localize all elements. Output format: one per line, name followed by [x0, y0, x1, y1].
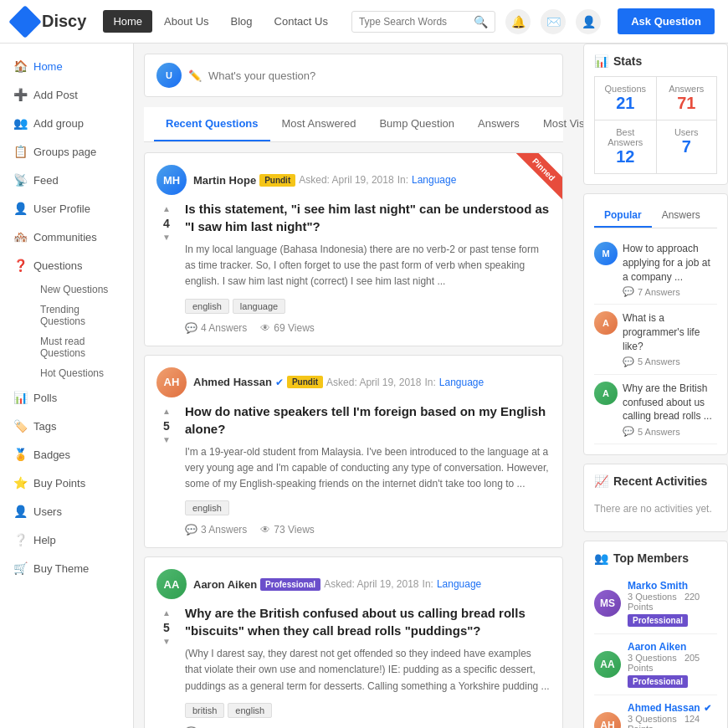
- ask-question-box: U ✏️: [144, 54, 563, 97]
- communities-icon: 🏘️: [13, 230, 27, 244]
- question-title-2[interactable]: How do native speakers tell I'm foreign …: [185, 402, 551, 438]
- nav-contact[interactable]: Contact Us: [264, 10, 338, 33]
- sidebar-item-polls[interactable]: 📊 Polls: [0, 383, 133, 412]
- tab-answers[interactable]: Answers: [466, 107, 531, 141]
- question-author-name-3[interactable]: Aaron Aiken: [193, 578, 257, 591]
- sidebar-sub-trending[interactable]: Trending Questions: [27, 300, 133, 331]
- sidebar-item-badges[interactable]: 🏅 Badges: [0, 440, 133, 469]
- top-member-badge-1: Professional: [628, 614, 688, 627]
- vote-up-button-1[interactable]: ▲: [161, 203, 172, 215]
- question-author-avatar-2[interactable]: AH: [156, 367, 187, 397]
- views-stat-1: 👁 69 Views: [260, 322, 314, 334]
- top-member-info-1: Marko Smith 3 Questions 220 Points Profe…: [628, 580, 717, 627]
- sidebar-sub-must-read[interactable]: Must read Questions: [27, 331, 133, 363]
- popular-item-answers-2: 💬 5 Answers: [623, 356, 717, 367]
- sidebar-item-communities[interactable]: 🏘️ Communities: [0, 223, 133, 251]
- popular-item-text-2[interactable]: What is a programmer's life like?: [623, 311, 717, 353]
- nav-about[interactable]: About Us: [154, 10, 218, 33]
- popular-item-text-3[interactable]: Why are the British confused about us ca…: [623, 382, 717, 423]
- sidebar-sub-hot[interactable]: Hot Questions: [27, 363, 133, 383]
- vote-column-3: ▲ 5 ▼: [156, 604, 177, 728]
- sidebar-item-buy-theme[interactable]: 🛒 Buy Theme: [0, 554, 133, 582]
- top-member-name-3[interactable]: Ahmed Hassan ✔: [628, 702, 717, 714]
- sidebar-item-users[interactable]: 👤 Users: [0, 497, 133, 525]
- message-icon[interactable]: ✉️: [541, 9, 566, 34]
- top-member-avatar-2[interactable]: AA: [594, 651, 621, 678]
- top-member-stats-1: 3 Questions 220 Points: [628, 592, 717, 612]
- sidebar-item-add-post-label: Add Post: [33, 89, 78, 101]
- tag-british-3[interactable]: british: [185, 703, 224, 718]
- user-avatar-header[interactable]: 👤: [576, 9, 601, 34]
- vote-down-button-1[interactable]: ▼: [161, 232, 172, 244]
- vote-column-1: ▲ 4 ▼: [156, 200, 177, 334]
- polls-icon: 📊: [13, 391, 27, 404]
- top-member-name-1[interactable]: Marko Smith: [628, 580, 717, 592]
- tab-recent-questions[interactable]: Recent Questions: [154, 107, 270, 141]
- popular-item-text-1[interactable]: How to approach applying for a job at a …: [623, 242, 717, 284]
- question-asked-date-2: Asked: April 19, 2018: [326, 377, 421, 388]
- question-title-1[interactable]: Is this statement, "i see him last night…: [185, 200, 551, 235]
- question-author-badge-2: Pundit: [287, 376, 323, 388]
- popular-avatar-2: A: [594, 311, 618, 335]
- vote-down-button-2[interactable]: ▼: [161, 434, 172, 446]
- question-author-badge-1: Pundit: [259, 174, 295, 187]
- nav-home[interactable]: Home: [103, 10, 152, 33]
- sidebar-item-tags[interactable]: 🏷️ Tags: [0, 412, 133, 440]
- top-member-avatar-3[interactable]: AH: [594, 712, 621, 728]
- sidebar-item-feed[interactable]: 📡 Feed: [0, 166, 133, 194]
- sidebar-item-help[interactable]: ❔ Help: [0, 525, 133, 554]
- tag-english-1[interactable]: english: [185, 299, 229, 314]
- search-input[interactable]: [359, 16, 474, 28]
- question-header-3: AA Aaron Aiken Professional Asked: April…: [156, 569, 551, 599]
- notification-icon[interactable]: 🔔: [505, 9, 531, 34]
- tag-english-3[interactable]: english: [228, 703, 272, 718]
- vote-up-button-2[interactable]: ▲: [161, 406, 172, 418]
- sidebar-item-badges-label: Badges: [33, 449, 70, 461]
- vote-count-2: 5: [163, 419, 170, 433]
- panel-tab-popular[interactable]: Popular: [594, 204, 652, 228]
- sidebar-item-groups-page[interactable]: 📋 Groups page: [0, 137, 133, 166]
- vote-down-button-3[interactable]: ▼: [161, 636, 172, 648]
- question-category-2[interactable]: Language: [439, 377, 484, 388]
- sidebar-item-questions[interactable]: ❓ Questions: [0, 251, 133, 279]
- vote-up-button-3[interactable]: ▲: [161, 608, 172, 619]
- question-author-name-2[interactable]: Ahmed Hassan: [193, 376, 272, 388]
- top-member-name-2[interactable]: Aaron Aiken: [628, 641, 717, 653]
- nav-blog[interactable]: Blog: [221, 10, 263, 33]
- sidebar-item-home-label: Home: [33, 60, 63, 73]
- sidebar-item-home[interactable]: 🏠 Home: [0, 52, 133, 80]
- popular-item-answers-1: 💬 7 Answers: [623, 286, 717, 297]
- question-category-1[interactable]: Language: [412, 174, 456, 186]
- ask-question-input[interactable]: [208, 69, 551, 82]
- popular-tabs: Popular Answers: [594, 204, 717, 228]
- search-icon[interactable]: 🔍: [474, 15, 488, 28]
- help-icon: ❔: [13, 533, 27, 546]
- ask-question-button[interactable]: Ask Question: [618, 8, 715, 34]
- question-title-3[interactable]: Why are the British confused about us ca…: [185, 604, 551, 639]
- sidebar-item-groups-page-label: Groups page: [33, 146, 96, 158]
- sidebar-item-add-post[interactable]: ➕ Add Post: [0, 80, 133, 109]
- logo-icon: [8, 5, 42, 38]
- question-content-2: How do native speakers tell I'm foreign …: [185, 402, 551, 536]
- top-member-stats-2: 3 Questions 205 Points: [628, 653, 717, 673]
- question-author-avatar-3[interactable]: AA: [156, 569, 187, 599]
- top-member-avatar-1[interactable]: MS: [594, 590, 621, 617]
- sidebar-item-buy-points[interactable]: ⭐ Buy Points: [0, 469, 133, 497]
- logo[interactable]: Discy: [13, 10, 86, 33]
- top-member-info-3: Ahmed Hassan ✔ 3 Questions 124 Points Pu…: [628, 702, 717, 728]
- tab-bump-question[interactable]: Bump Question: [367, 107, 466, 141]
- stat-best-answers-value: 12: [602, 147, 649, 167]
- panel-tab-answers[interactable]: Answers: [652, 204, 710, 228]
- stat-questions: Questions 21: [594, 76, 656, 120]
- question-author-avatar-1[interactable]: MH: [156, 165, 187, 195]
- sidebar-item-add-group[interactable]: 👥 Add group: [0, 109, 133, 137]
- question-header-1: MH Martin Hope Pundit Asked: April 19, 2…: [156, 165, 551, 195]
- question-category-3[interactable]: Language: [437, 578, 481, 590]
- tab-most-answered[interactable]: Most Answered: [270, 107, 368, 141]
- tag-language-1[interactable]: language: [233, 299, 285, 314]
- tag-english-2[interactable]: english: [185, 500, 229, 515]
- question-author-name-1[interactable]: Martin Hope: [193, 174, 256, 187]
- sidebar-sub-new-questions[interactable]: New Questions: [27, 279, 133, 300]
- question-body-1: ▲ 4 ▼ Is this statement, "i see him last…: [156, 200, 551, 334]
- sidebar-item-user-profile[interactable]: 👤 User Profile: [0, 194, 133, 223]
